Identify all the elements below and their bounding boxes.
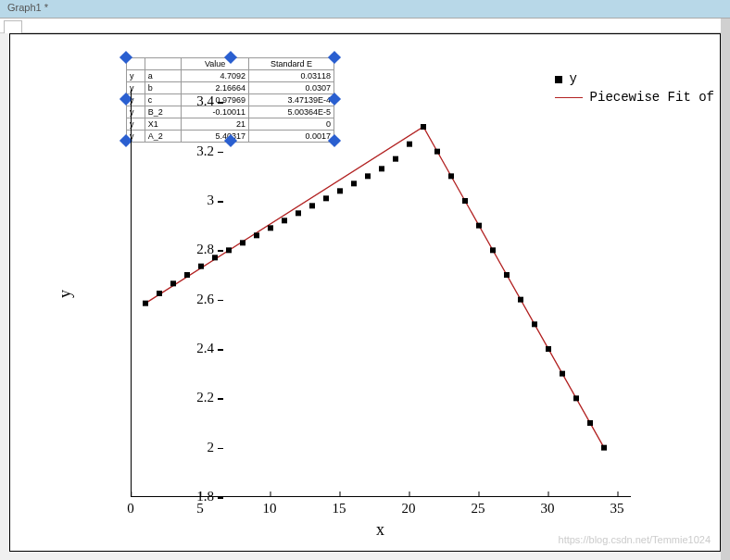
watermark: https://blog.csdn.net/Temmie1024 <box>559 534 711 545</box>
y-tick-label: 3.4 <box>177 93 214 109</box>
x-tick-label: 30 <box>541 501 555 516</box>
window-title: Graph1 * <box>7 2 48 13</box>
fit-line <box>145 127 604 448</box>
table-header: Standard E <box>249 58 334 70</box>
y-tick-label: 2.6 <box>177 292 214 307</box>
y-tick-label: 2 <box>177 440 214 455</box>
data-point <box>254 232 259 238</box>
data-point <box>448 173 454 179</box>
table-row: ya4.70920.03118 <box>127 70 334 82</box>
data-point <box>573 395 579 401</box>
square-marker-icon <box>555 76 562 83</box>
legend-label: y <box>570 70 577 89</box>
data-point <box>393 156 398 162</box>
table-cell: 4.7092 <box>182 70 249 82</box>
data-point <box>268 225 273 230</box>
table-cell: y <box>127 70 145 82</box>
right-gutter <box>721 19 730 560</box>
x-axis-label[interactable]: x <box>376 520 384 540</box>
y-tick-label: 2.4 <box>177 341 214 356</box>
x-tick-label: 0 <box>127 501 134 516</box>
table-cell: 0.03118 <box>249 70 334 82</box>
data-point <box>434 149 440 155</box>
data-point <box>504 272 510 278</box>
table-cell: a <box>145 70 181 82</box>
table-header: Value <box>182 58 249 70</box>
data-point <box>240 240 245 245</box>
data-point <box>546 346 551 352</box>
legend-item-y: y <box>555 70 714 89</box>
y-axis-label[interactable]: y <box>56 290 75 298</box>
data-point <box>518 297 523 303</box>
data-point <box>157 291 162 296</box>
x-tick-label: 20 <box>402 501 416 516</box>
data-point <box>560 371 565 377</box>
y-tick-label: 3.2 <box>177 143 214 159</box>
data-point <box>323 195 329 201</box>
tab-strip <box>0 19 730 33</box>
data-point <box>407 142 412 147</box>
data-point <box>476 223 482 229</box>
data-point <box>143 301 148 306</box>
data-point <box>587 420 593 426</box>
data-point <box>184 272 190 278</box>
data-point <box>282 218 287 223</box>
y-tick-label: 2.8 <box>177 242 214 257</box>
y-tick-label: 1.8 <box>177 489 214 504</box>
y-tick-label: 3 <box>177 193 214 208</box>
x-tick-label: 15 <box>333 501 346 516</box>
data-point <box>379 166 384 171</box>
table-header <box>145 58 181 70</box>
data-point <box>351 180 357 186</box>
data-point <box>296 210 301 216</box>
data-point <box>170 280 176 286</box>
data-point <box>198 264 204 269</box>
chart-container: y Piecewise Fit of Value Standard E ya4.… <box>9 33 721 552</box>
data-point <box>226 247 232 253</box>
sheet-tab[interactable] <box>4 20 22 33</box>
x-tick-label: 10 <box>263 501 277 516</box>
data-point <box>309 203 315 208</box>
x-tick-label: 35 <box>610 501 624 516</box>
data-point <box>337 188 343 193</box>
data-point <box>421 124 426 130</box>
data-point <box>462 198 468 204</box>
data-point <box>601 445 607 451</box>
data-point <box>490 247 496 253</box>
window-title-bar: Graph1 * <box>0 0 730 19</box>
data-point <box>532 321 537 327</box>
x-tick-label: 25 <box>472 501 485 516</box>
data-point <box>365 173 371 179</box>
y-tick-label: 2.2 <box>177 390 214 405</box>
